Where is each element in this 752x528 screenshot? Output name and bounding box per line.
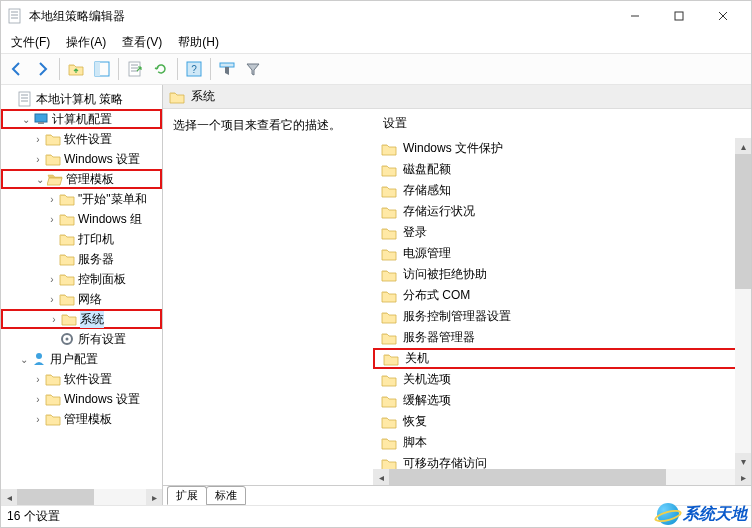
tree-control-panel[interactable]: › 控制面板	[1, 269, 162, 289]
tree-network[interactable]: › 网络	[1, 289, 162, 309]
menu-view[interactable]: 查看(V)	[116, 32, 168, 53]
list-item-label: 服务控制管理器设置	[403, 308, 511, 325]
chevron-right-icon[interactable]: ›	[31, 374, 45, 385]
list-item-label: 脚本	[403, 434, 427, 451]
list-item-shutdown[interactable]: 关机	[373, 348, 751, 369]
folder-open-icon	[47, 171, 63, 187]
tree-user-config[interactable]: ⌄ 用户配置	[1, 349, 162, 369]
folder-icon	[381, 267, 397, 283]
folder-icon	[381, 246, 397, 262]
chevron-right-icon[interactable]: ›	[45, 194, 59, 205]
export-button[interactable]	[123, 57, 147, 81]
list-item[interactable]: 电源管理	[373, 243, 751, 264]
tree-windows-settings[interactable]: › Windows 设置	[1, 149, 162, 169]
tree-user-admin-templates[interactable]: › 管理模板	[1, 409, 162, 429]
list-item[interactable]: 缓解选项	[373, 390, 751, 411]
folder-icon	[59, 191, 75, 207]
folder-icon	[381, 141, 397, 157]
tab-standard[interactable]: 标准	[206, 486, 246, 505]
list-item-label: 关机	[405, 350, 429, 367]
folder-icon	[59, 271, 75, 287]
maximize-button[interactable]	[657, 2, 701, 30]
chevron-right-icon[interactable]: ›	[45, 274, 59, 285]
user-icon	[31, 351, 47, 367]
list-item[interactable]: 访问被拒绝协助	[373, 264, 751, 285]
list-item[interactable]: 分布式 COM	[373, 285, 751, 306]
chevron-right-icon[interactable]: ›	[47, 314, 61, 325]
list-item[interactable]: 关机选项	[373, 369, 751, 390]
tree-servers[interactable]: 服务器	[1, 249, 162, 269]
chevron-down-icon[interactable]: ⌄	[17, 354, 31, 365]
list-item-label: 电源管理	[403, 245, 451, 262]
list-item[interactable]: 存储感知	[373, 180, 751, 201]
scroll-down-icon[interactable]: ▾	[735, 453, 751, 469]
filter-button[interactable]	[241, 57, 265, 81]
list-item[interactable]: 服务控制管理器设置	[373, 306, 751, 327]
minimize-button[interactable]	[613, 2, 657, 30]
scroll-left-icon[interactable]: ◂	[1, 489, 17, 505]
list-item[interactable]: Windows 文件保护	[373, 138, 751, 159]
refresh-button[interactable]	[149, 57, 173, 81]
filter-options-button[interactable]	[215, 57, 239, 81]
tree-user-windows-settings[interactable]: › Windows 设置	[1, 389, 162, 409]
list-item[interactable]: 服务器管理器	[373, 327, 751, 348]
menu-action[interactable]: 操作(A)	[60, 32, 112, 53]
scrollbar-thumb[interactable]	[389, 469, 666, 485]
tree-admin-templates[interactable]: ⌄ 管理模板	[1, 169, 162, 189]
chevron-down-icon[interactable]: ⌄	[33, 174, 47, 185]
list-item-label: 访问被拒绝协助	[403, 266, 487, 283]
up-folder-button[interactable]	[64, 57, 88, 81]
status-bar: 16 个设置	[1, 505, 751, 527]
tab-extended[interactable]: 扩展	[167, 486, 207, 505]
settings-list: Windows 文件保护 磁盘配额 存储感知 存储运行状况 登录 电源管理 访问…	[373, 138, 751, 485]
chevron-right-icon[interactable]: ›	[45, 294, 59, 305]
content-path-label: 系统	[191, 88, 215, 105]
list-item[interactable]: 存储运行状况	[373, 201, 751, 222]
scrollbar-thumb[interactable]	[17, 489, 94, 505]
chevron-right-icon[interactable]: ›	[31, 154, 45, 165]
list-item[interactable]: 登录	[373, 222, 751, 243]
nav-forward-button[interactable]	[31, 57, 55, 81]
scroll-right-icon[interactable]: ▸	[735, 469, 751, 485]
list-horizontal-scrollbar[interactable]: ◂ ▸	[373, 469, 751, 485]
chevron-right-icon[interactable]: ›	[31, 134, 45, 145]
tree-item-label: 软件设置	[64, 371, 112, 388]
tree-horizontal-scrollbar[interactable]: ◂ ▸	[1, 489, 162, 505]
list-item[interactable]: 磁盘配额	[373, 159, 751, 180]
menu-file[interactable]: 文件(F)	[5, 32, 56, 53]
computer-icon	[33, 111, 49, 127]
help-button[interactable]: ?	[182, 57, 206, 81]
chevron-right-icon[interactable]: ›	[45, 214, 59, 225]
folder-icon	[45, 411, 61, 427]
scroll-right-icon[interactable]: ▸	[146, 489, 162, 505]
list-item-label: 存储感知	[403, 182, 451, 199]
tree-user-software-settings[interactable]: › 软件设置	[1, 369, 162, 389]
menu-help[interactable]: 帮助(H)	[172, 32, 225, 53]
tree-item-label: 打印机	[78, 231, 114, 248]
chevron-right-icon[interactable]: ›	[31, 414, 45, 425]
scrollbar-thumb[interactable]	[735, 154, 751, 289]
show-tree-button[interactable]	[90, 57, 114, 81]
tree-computer-config[interactable]: ⌄ 计算机配置	[1, 109, 162, 129]
tree-item-label: 管理模板	[66, 171, 114, 188]
folder-icon	[45, 371, 61, 387]
tree-item-label: 服务器	[78, 251, 114, 268]
list-vertical-scrollbar[interactable]: ▴ ▾	[735, 138, 751, 469]
nav-back-button[interactable]	[5, 57, 29, 81]
list-item[interactable]: 恢复	[373, 411, 751, 432]
scroll-up-icon[interactable]: ▴	[735, 138, 751, 154]
tree-printers[interactable]: 打印机	[1, 229, 162, 249]
tree-all-settings[interactable]: 所有设置	[1, 329, 162, 349]
tree-software-settings[interactable]: › 软件设置	[1, 129, 162, 149]
scroll-left-icon[interactable]: ◂	[373, 469, 389, 485]
close-button[interactable]	[701, 2, 745, 30]
folder-icon	[45, 391, 61, 407]
chevron-right-icon[interactable]: ›	[31, 394, 45, 405]
tree-system[interactable]: › 系统	[1, 309, 162, 329]
tree-windows-components[interactable]: › Windows 组	[1, 209, 162, 229]
chevron-down-icon[interactable]: ⌄	[19, 114, 33, 125]
list-item[interactable]: 脚本	[373, 432, 751, 453]
tree-root[interactable]: 本地计算机 策略	[1, 89, 162, 109]
svg-rect-10	[675, 12, 683, 20]
tree-start-menu[interactable]: › "开始"菜单和	[1, 189, 162, 209]
